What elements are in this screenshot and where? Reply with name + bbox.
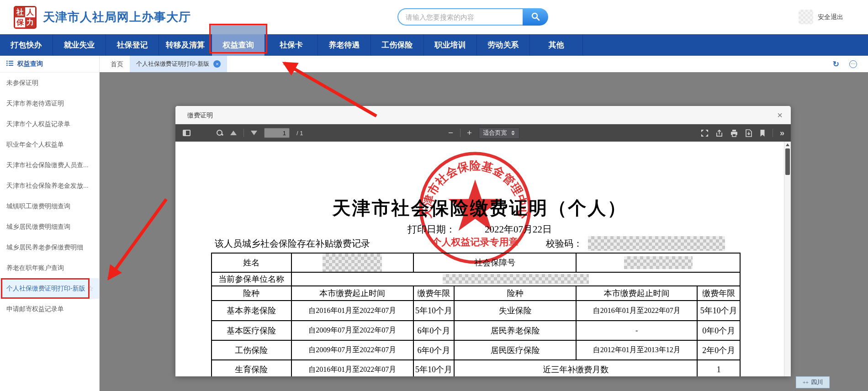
sidebar-item-pension-cert[interactable]: 天津市养老待遇证明 [0,93,99,114]
more-tools-icon[interactable]: » [780,128,784,138]
toggle-sidebar-icon[interactable] [183,130,191,136]
sidebar-item-rights-record[interactable]: 天津市个人权益记录单 [0,114,99,134]
col-header: 缴费年限 [697,286,740,301]
scroll-up-icon[interactable] [786,143,789,146]
nav-item-shebao-ka[interactable]: 社保卡 [265,34,318,56]
sidebar-item-resident-pension-detail[interactable]: 城乡居民养老参保缴费明细 [0,237,99,258]
next-page-icon[interactable] [251,131,257,135]
col-header: 缴费年限 [413,286,454,301]
note-row: 该人员城乡社会保险存在补贴缴费记录 校验码： [215,235,725,252]
nav-item-jiuye-shiye[interactable]: 就业失业 [53,34,106,56]
site-header: 社 人 保 力 天津市人社局网上办事大厅 安全退出 [0,0,868,34]
bookmark-icon[interactable] [759,129,766,137]
nav-item-zhuanyi-qingsuan[interactable]: 转移及清算 [159,34,212,56]
nav-item-yanglao-daiyu[interactable]: 养老待遇 [318,34,371,56]
col-header: 险种 [454,286,576,301]
sidebar-item-no-insurance-cert[interactable]: 未参保证明 [0,73,99,93]
download-icon[interactable] [745,129,752,137]
nav-item-gongshang-baoxian[interactable]: 工伤保险 [371,34,424,56]
name-redacted [323,254,382,272]
table-row: 当前参保单位名称 [212,272,740,286]
sidebar-item-payer-query[interactable]: 天津市社会保险缴费人员查... [0,155,99,175]
presentation-mode-icon[interactable] [701,129,709,137]
zoom-mode-label: 适合页宽 [483,129,507,137]
checksum-label: 校验码： [546,238,582,250]
ime-indicator: ++ 四川 [796,376,830,388]
tab-close-icon[interactable]: × [213,60,221,68]
refresh-icon[interactable]: ↻ [833,59,839,69]
employer-redacted [443,274,589,284]
modal-close-icon[interactable]: × [777,106,783,124]
checksum-redacted [588,236,725,251]
zoom-in-icon[interactable]: + [466,128,473,138]
open-file-icon[interactable] [715,129,723,137]
find-in-document-icon[interactable] [216,129,223,137]
modal-header: 缴费证明 × [175,106,791,124]
nav-item-qita[interactable]: 其他 [530,34,583,56]
table-row: 基本医疗保险 自2009年07月至2022年07月 6年0个月 居民养老保险 -… [212,321,740,340]
sidebar-item-cert-print-new[interactable]: 个人社保缴费证明打印-新版 ☆ [0,278,99,299]
payment-certificate-modal: 缴费证明 × / 1 − + 适合页宽 [175,106,791,376]
table-row: 姓名 社会保障号 [212,253,740,272]
name-label: 姓名 [212,253,291,272]
search-button[interactable] [523,8,548,26]
table-row: 基本养老保险 自2016年01月至2022年07月 5年10个月 失业保险 自2… [212,301,740,321]
main-navbar: 打包快办 就业失业 社保登记 转移及清算 权益查询 社保卡 养老待遇 工伤保险 … [0,34,868,56]
print-date-value: 2022年07月22日 [485,223,552,236]
nav-item-dabao-kuaiban[interactable]: 打包快办 [0,34,53,56]
logo-char: 力 [25,17,35,27]
table-row: 生育保险 自2016年01月至2022年07月 5年10个月 近三年补缴费月数 … [212,360,740,376]
nav-item-zhiye-peixun[interactable]: 职业培训 [424,34,477,56]
user-avatar[interactable] [799,10,813,24]
nav-item-shebao-dengji[interactable]: 社保登记 [106,34,159,56]
sidebar-item-pension-payment[interactable]: 天津市社会保险养老金发放... [0,175,99,196]
pdf-toolbar: / 1 − + 适合页宽 [175,124,791,142]
site-title: 天津市人社局网上办事大厅 [43,0,191,34]
sidebar-item-label: 个人社保缴费证明打印-新版 [6,285,85,293]
select-arrows-icon [511,131,515,135]
more-options-icon[interactable]: ⋯ [849,60,857,68]
nav-item-quanyi-chaxun[interactable]: 权益查询 [212,34,265,56]
table-header-row: 险种 本市缴费起止时间 缴费年限 险种 本市缴费起止时间 缴费年限 [212,286,740,301]
pdf-scrollbar[interactable] [784,142,791,376]
sidebar-item-annuity-rights[interactable]: 职业年金个人权益单 [0,134,99,155]
sidebar-item-resident-detail[interactable]: 城乡居民缴费明细查询 [0,217,99,237]
sidebar-item-pension-account[interactable]: 养老在职年账户查询 [0,258,99,278]
print-date-label: 打印日期： [408,223,455,236]
favorite-star-icon[interactable]: ☆ [87,284,94,293]
modal-title: 缴费证明 [187,106,213,124]
ssn-label: 社会保障号 [413,253,576,272]
list-icon [6,60,13,68]
col-header: 本市缴费起止时间 [291,286,413,301]
logo-char: 社 [15,7,25,17]
scrollbar-thumb[interactable] [785,148,790,175]
search-icon [531,12,540,22]
certificate-page: 天津市社会保险缴费证明（个人） 打印日期： 2022年07月22日 该人员城乡社… [175,142,784,376]
certificate-table: 姓名 社会保障号 当前参保单位名称 险种 本市缴费起止时间 缴费年限 险种 [211,253,741,376]
sidebar-menu: 权益查询 未参保证明 天津市养老待遇证明 天津市个人权益记录单 职业年金个人权益… [0,56,100,391]
tab-home[interactable]: 首页 [104,56,130,72]
ime-prefix: ++ [803,380,809,385]
tab-cert-print[interactable]: 个人社保缴费证明打印-新版 × [130,56,227,72]
previous-page-icon[interactable] [230,131,237,135]
nav-item-laodong-guanxi[interactable]: 劳动关系 [477,34,530,56]
zoom-mode-select[interactable]: 适合页宽 [479,127,519,139]
sidebar-item-urban-worker-detail[interactable]: 城镇职工缴费明细查询 [0,196,99,217]
app-window: 社 人 保 力 天津市人社局网上办事大厅 安全退出 打包快办 就业失业 社保登记… [0,0,868,391]
search-input[interactable] [397,8,523,26]
print-icon[interactable] [730,129,738,137]
logo-char: 保 [15,17,25,27]
pdf-viewer: 天津市社会保险缴费证明（个人） 打印日期： 2022年07月22日 该人员城乡社… [175,142,791,376]
zoom-out-icon[interactable]: − [447,128,455,138]
name-value [291,253,413,272]
ssn-redacted [624,256,693,269]
ssn-value [576,253,740,272]
page-number-input[interactable] [264,128,290,138]
employer-value [291,272,740,286]
sidebar-title: 权益查询 [17,60,43,68]
logout-button[interactable]: 安全退出 [818,0,843,34]
sidebar-item-mail-rights-record[interactable]: 申请邮寄权益记录单 [0,299,99,319]
sidebar-header: 权益查询 [0,56,99,73]
content-tabbar: 首页 个人社保缴费证明打印-新版 × ↻ ⋯ [100,56,868,72]
table-row: 工伤保险 自2009年07月至2022年07月 6年0个月 居民医疗保险 自20… [212,340,740,360]
